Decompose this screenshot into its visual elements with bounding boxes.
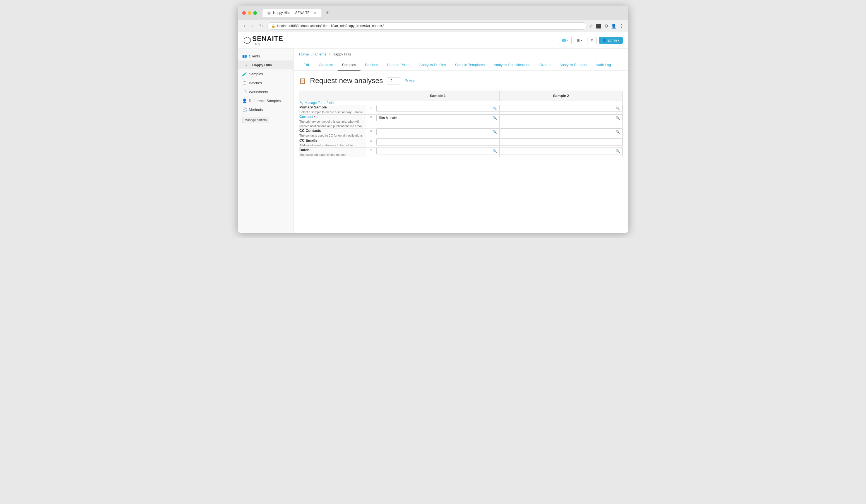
- sidebar-label-methods: Methods: [249, 107, 263, 112]
- sidebar-item-samples[interactable]: 🧪 Samples: [238, 69, 293, 78]
- table-row: Primary Sample Select a sample to create…: [299, 105, 623, 115]
- contact-label-text: Contact: [299, 115, 313, 119]
- close-dot[interactable]: [242, 11, 246, 15]
- tab-close-btn[interactable]: ✕: [314, 11, 317, 15]
- search-icon-contact-2: 🔍: [616, 116, 620, 120]
- search-icon-cc-1: 🔍: [493, 130, 497, 134]
- add-button[interactable]: ⊕ Add: [404, 78, 415, 83]
- globe-icon: 🌐: [562, 38, 566, 42]
- tab-favicon: ⬡: [267, 11, 271, 15]
- cc-contacts-field-name: CC Contacts: [299, 128, 366, 133]
- contact-input-1[interactable]: [379, 116, 493, 120]
- cc-emails-copy-btn[interactable]: »: [370, 138, 373, 143]
- contact-copy-btn[interactable]: »: [370, 115, 373, 119]
- tab-audit-log[interactable]: Audit Log: [591, 60, 615, 70]
- new-tab-btn[interactable]: +: [326, 10, 329, 16]
- search-icon-2: 🔍: [616, 106, 620, 111]
- batch-label-cell: Batch The assigned batch of this request: [299, 148, 366, 157]
- maximize-dot[interactable]: [253, 11, 257, 15]
- sidebar-item-happy-hills[interactable]: › Happy Hills: [238, 60, 293, 69]
- sidebar-label-happy-hills: Happy Hills: [252, 63, 272, 67]
- tab-samples[interactable]: Samples: [337, 60, 361, 70]
- cc-emails-input-1[interactable]: [376, 138, 499, 146]
- cc-contacts-label-cell: CC Contacts The contacts used in CC for …: [299, 128, 366, 138]
- admin-label: admin: [608, 38, 617, 42]
- forward-button[interactable]: ›: [250, 23, 254, 29]
- sidebar-item-clients[interactable]: 👥 Clients: [238, 51, 293, 60]
- contact-label-cell: Contact • The primary contact of this sa…: [299, 115, 366, 128]
- manage-form-fields-button[interactable]: 🔧 Manage Form Fields: [299, 101, 335, 105]
- primary-sample-field-desc: Select a sample to create a secondary Sa…: [299, 110, 366, 114]
- contact-search-wrap-2: 🔍: [500, 115, 623, 121]
- logo-hexagon: [243, 36, 251, 44]
- search-icon-contact-1: 🔍: [493, 116, 497, 120]
- lock-icon: 🔒: [271, 24, 275, 28]
- user-icon[interactable]: 👤: [611, 23, 617, 29]
- tab-contacts[interactable]: Contacts: [314, 60, 337, 70]
- primary-sample-input-1[interactable]: [379, 106, 493, 111]
- sidebar-item-methods[interactable]: 📑 Methods: [238, 105, 293, 114]
- main-layout: 👥 Clients › Happy Hills 🧪 Samples 📋 Batc…: [238, 49, 628, 233]
- refresh-button[interactable]: ↻: [257, 23, 265, 29]
- minimize-dot[interactable]: [248, 11, 251, 15]
- sidebar-label-clients: Clients: [249, 54, 260, 58]
- tab-analysis-specifications[interactable]: Analysis Specifications: [489, 60, 535, 70]
- breadcrumb-home[interactable]: Home: [299, 52, 309, 56]
- cc-contacts-input-1[interactable]: [379, 130, 493, 134]
- sidebar-label-reference-samples: Reference Samples: [249, 99, 281, 103]
- primary-sample-field-name: Primary Sample: [299, 105, 366, 109]
- manage-portlets-button[interactable]: Manage portlets: [242, 117, 269, 123]
- tab-analysis-profiles[interactable]: Analysis Profiles: [415, 60, 450, 70]
- menu-icon[interactable]: ⋮: [619, 23, 624, 29]
- tab-sample-templates[interactable]: Sample Templates: [450, 60, 489, 70]
- cc-contacts-input-2[interactable]: [502, 130, 616, 134]
- tab-batches[interactable]: Batches: [360, 60, 382, 70]
- tab-edit[interactable]: Edit: [299, 60, 314, 70]
- cc-emails-input-2[interactable]: [500, 138, 623, 146]
- tab-orders[interactable]: Orders: [535, 60, 555, 70]
- batch-input-1[interactable]: [379, 149, 493, 153]
- table-row: Contact • The primary contact of this sa…: [299, 115, 623, 128]
- contact-input-cell-2: 🔍: [499, 115, 623, 128]
- grid-button[interactable]: ⊞ ▾: [574, 37, 585, 44]
- breadcrumb-sep-2: /: [329, 52, 330, 56]
- primary-sample-copy-btn[interactable]: »: [370, 105, 373, 110]
- breadcrumb-clients[interactable]: Clients: [315, 52, 326, 56]
- tab-sample-points[interactable]: Sample Points: [382, 60, 415, 70]
- batch-copy-btn[interactable]: »: [370, 148, 373, 152]
- sidebar-item-batches[interactable]: 📋 Batches: [238, 78, 293, 87]
- batch-input-2[interactable]: [502, 149, 616, 153]
- batch-field-desc: The assigned batch of this request: [299, 153, 366, 157]
- logo-text: SENAITE: [252, 35, 283, 42]
- primary-sample-input-cell-1: 🔍: [376, 105, 500, 115]
- nav-extra-icons: ☆ ⬛ ⚙ 👤 ⋮: [589, 23, 624, 29]
- batch-field-name: Batch: [299, 148, 366, 152]
- sidebar-item-worksheets[interactable]: 📄 Worksheets: [238, 87, 293, 96]
- browser-navbar: ‹ › ↻ 🔒 localhost:8080/senaite/clients/c…: [238, 20, 628, 32]
- sidebar-item-reference-samples[interactable]: 👤 Reference Samples: [238, 96, 293, 105]
- admin-button[interactable]: 👤 admin ▾: [599, 37, 623, 44]
- contact-input-cell-1: 🔍: [376, 115, 500, 128]
- sidebar: 👥 Clients › Happy Hills 🧪 Samples 📋 Batc…: [238, 49, 293, 233]
- page-title-row: 📋 Request new analyses ⊕ Add: [299, 76, 623, 85]
- sample-count-input[interactable]: [387, 77, 400, 84]
- cc-contacts-copy-btn[interactable]: »: [370, 128, 373, 133]
- settings-button[interactable]: ⚙: [588, 37, 597, 44]
- back-button[interactable]: ‹: [242, 23, 247, 29]
- user-icon: 👤: [602, 38, 607, 42]
- browser-tab[interactable]: ⬡ Happy Hills — SENAITE ✕: [263, 9, 321, 17]
- globe-button[interactable]: 🌐 ▾: [559, 37, 571, 44]
- primary-sample-input-2[interactable]: [502, 106, 616, 111]
- sidebar-label-samples: Samples: [249, 72, 263, 76]
- extension-icon[interactable]: ⬛: [596, 23, 601, 29]
- profile-icon[interactable]: ⚙: [604, 23, 608, 29]
- sidebar-label-batches: Batches: [249, 81, 262, 85]
- cc-emails-label-cell: CC Emails Additional email addresses to …: [299, 138, 366, 148]
- batch-input-cell-1: 🔍: [376, 148, 500, 157]
- address-bar[interactable]: 🔒 localhost:8080/senaite/clients/client-…: [267, 22, 587, 30]
- methods-icon: 📑: [242, 107, 247, 112]
- bookmark-icon[interactable]: ☆: [589, 23, 593, 29]
- page-title: Request new analyses: [310, 76, 383, 85]
- contact-input-2[interactable]: [502, 116, 616, 120]
- tab-analysis-reports[interactable]: Analysis Reports: [555, 60, 591, 70]
